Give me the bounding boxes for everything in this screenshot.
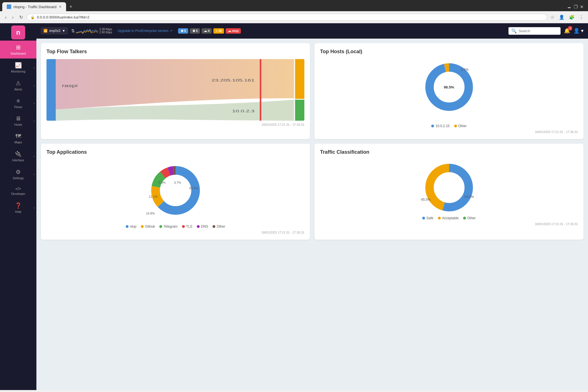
hosts-center-label: 96.5% <box>444 85 454 89</box>
svg-rect-3 <box>295 100 304 121</box>
apps-telegram-pct: 11.1% <box>149 195 158 198</box>
apps-tls-pct: 5.6% <box>159 181 166 184</box>
legend-dot-tls <box>182 225 185 228</box>
sidebar-label-maps: Maps <box>15 141 22 144</box>
settings-icon: ⚙ <box>16 169 21 175</box>
legend-label-host-main: 10.0.2.15 <box>435 124 449 128</box>
flows-icon: ≡ <box>17 98 20 104</box>
legend-telegram: Telegram <box>159 225 177 228</box>
legend-dot-acceptable <box>438 217 441 220</box>
hosts-arrow: › <box>34 119 35 122</box>
search-container[interactable]: 🔍 <box>508 27 561 35</box>
apps-timestamp: 18/01/2025 17:21:31 - 17:26:31 <box>46 231 304 234</box>
tab-title: ntopng - Traffic Dashboard <box>13 5 57 9</box>
sidebar: n ⊞ Dashboard 📈 Monitoring › ⚠ Alerts › … <box>0 23 36 390</box>
status-badges: 🖥 5 🖥 5 ☁ 4 ≡ 48 ☁ ntop <box>178 28 241 34</box>
address-bar[interactable]: 🔒 0.0.0.0:3000/lua/index.lua?ifid=2 <box>27 14 547 21</box>
apps-github-pct: 14.8% <box>146 212 155 215</box>
traffic-graph <box>76 27 98 35</box>
browser-minimize[interactable]: 🗕 <box>567 4 571 10</box>
browser-tab[interactable]: ntopng - Traffic Dashboard ✕ <box>2 2 66 11</box>
new-tab-button[interactable]: + <box>67 3 75 11</box>
sidebar-item-interface[interactable]: 🔌 Interface › <box>0 147 36 165</box>
topbar: 📶 enp0s3 ▼ ⇅ 2.30 Kbps 2.90 Kbps Upgrade… <box>36 23 588 39</box>
sidebar-label-help: Help <box>15 210 22 213</box>
sidebar-item-flows[interactable]: ≡ Flows › <box>0 94 36 112</box>
legend-dot-telegram <box>159 225 162 228</box>
legend-host-main: 10.0.2.15 <box>431 124 449 128</box>
app-logo: n <box>11 25 25 39</box>
legend-dot-host-main <box>431 125 434 127</box>
legend-tls: TLS <box>182 225 192 228</box>
maps-icon: 🗺 <box>15 133 21 139</box>
browser-maximize[interactable]: ❐ <box>574 4 578 10</box>
hosts-donut-wrapper: 96.5% <box>421 59 477 115</box>
sidebar-label-hosts: Hosts <box>14 123 22 126</box>
sidebar-item-monitoring[interactable]: 📈 Monitoring › <box>0 59 36 76</box>
bookmark-button[interactable]: ☆ <box>549 13 556 21</box>
legend-dot-github <box>141 225 144 228</box>
sidebar-label-settings: Settings <box>13 176 24 180</box>
sidebar-label-developer: Developer <box>11 192 25 195</box>
sidebar-item-maps[interactable]: 🗺 Maps <box>0 130 36 147</box>
user-menu-button[interactable]: 👤 ▾ <box>573 28 584 34</box>
sidebar-item-hosts[interactable]: 🖥 Hosts › <box>0 112 36 130</box>
menu-button[interactable]: ⋮ <box>578 13 585 21</box>
hosts-icon: 🖥 <box>15 115 21 122</box>
svg-text:23.205.105.161: 23.205.105.161 <box>211 78 255 82</box>
topbar-actions: 🔔 3 👤 ▾ <box>564 28 584 34</box>
legend-github: Github <box>141 225 155 228</box>
legend-label-other-apps: Other <box>217 225 225 228</box>
legend-host-other: Other <box>454 124 467 128</box>
hosts-other-label: 3.5% <box>461 68 468 72</box>
classification-donut-svg <box>421 160 477 216</box>
back-button[interactable]: ‹ <box>3 14 8 21</box>
legend-dot-host-other <box>454 125 457 127</box>
sidebar-label-monitoring: Monitoring <box>11 70 25 73</box>
interface-name: enp0s3 <box>49 29 60 33</box>
browser-close[interactable]: ✕ <box>580 4 584 10</box>
sidebar-item-alerts[interactable]: ⚠ Alerts › <box>0 76 36 94</box>
forward-button[interactable]: › <box>10 14 15 21</box>
classification-acceptable-pct: 45.5% <box>421 198 431 202</box>
search-icon: 🔍 <box>511 28 517 34</box>
badge-ntop[interactable]: ☁ ntop <box>226 28 241 34</box>
notifications-button[interactable]: 🔔 3 <box>564 28 570 34</box>
traffic-classification-card: Traffic Classification 54 <box>314 144 584 240</box>
sidebar-item-help[interactable]: ❓ Help › <box>0 199 36 217</box>
interface-icon-small: 📶 <box>43 29 48 33</box>
classification-safe-pct: 54.5% <box>465 195 474 199</box>
sidebar-label-interface: Interface <box>12 158 24 162</box>
sidebar-item-settings[interactable]: ⚙ Settings › <box>0 165 36 183</box>
legend-label-safe: Safe <box>426 216 433 220</box>
legend-label-ntop: ntop <box>130 225 136 228</box>
tab-close-button[interactable]: ✕ <box>59 5 62 9</box>
legend-other-apps: Other <box>213 225 225 228</box>
legend-dot-other-apps <box>213 225 215 228</box>
upgrade-link[interactable]: Upgrade to Pro/Enterprise version ↗ <box>118 29 172 33</box>
alerts-arrow: › <box>34 84 35 87</box>
main-content: Top Flow Talkers <box>36 39 588 390</box>
sidebar-item-developer[interactable]: </> Developer <box>0 183 36 199</box>
svg-rect-0 <box>46 59 56 121</box>
top-hosts-card: Top Hosts (Local) 96.5% <box>314 43 584 139</box>
badge-cloud[interactable]: ☁ 4 <box>202 28 212 34</box>
reload-button[interactable]: ↻ <box>18 13 25 21</box>
search-input[interactable] <box>519 29 558 33</box>
interface-selector[interactable]: 📶 enp0s3 ▼ <box>41 27 68 34</box>
badge-flows[interactable]: 🖥 5 <box>190 28 200 34</box>
badge-hosts[interactable]: 🖥 5 <box>178 28 188 34</box>
sidebar-item-dashboard[interactable]: ⊞ Dashboard <box>0 41 36 59</box>
interface-icon: 🔌 <box>15 151 22 157</box>
help-icon: ❓ <box>15 202 22 209</box>
traffic-indicator: ⇅ 2.30 Kbps 2.90 Kbps <box>71 27 112 35</box>
legend-other-classification: Other <box>463 216 476 220</box>
legend-dot-ntop <box>126 225 129 228</box>
legend-label-telegram: Telegram <box>164 225 177 228</box>
legend-label-other-classification: Other <box>467 216 476 220</box>
top-hosts-title: Top Hosts (Local) <box>320 49 578 55</box>
badge-alerts[interactable]: ≡ 48 <box>213 28 224 34</box>
extensions-button[interactable]: 🧩 <box>568 13 576 21</box>
profile-button[interactable]: 👤 <box>558 13 566 21</box>
legend-label-github: Github <box>145 225 155 228</box>
